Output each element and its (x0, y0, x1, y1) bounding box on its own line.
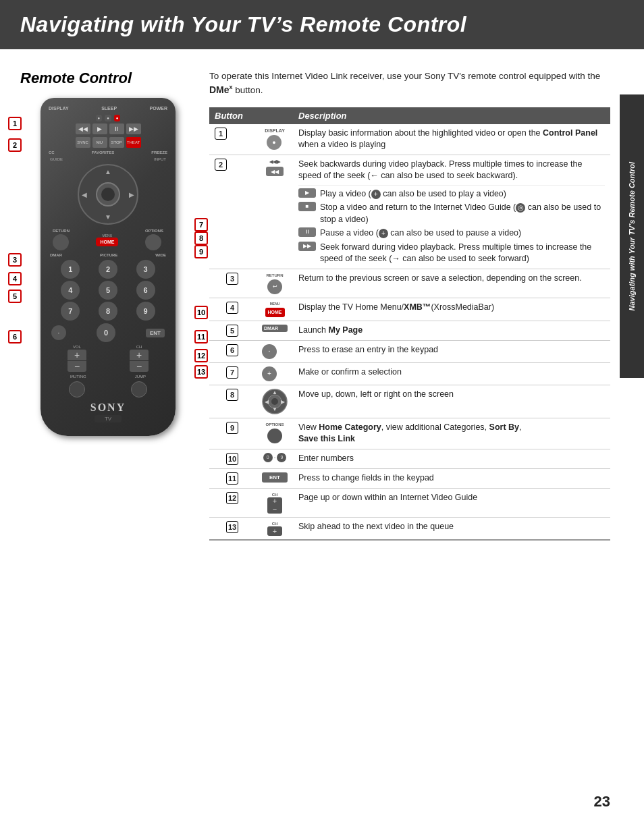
brand-sup: x (230, 84, 233, 91)
vol-down-btn[interactable]: − (68, 361, 86, 372)
cc-row: CC FAVORITES FREEZE (46, 150, 170, 155)
play-btn[interactable]: ▶ (92, 123, 107, 134)
key-8[interactable]: 8 (99, 302, 117, 321)
stop-btn[interactable]: STOP (109, 137, 124, 148)
table-row: 2 ◀◀/▶ ◀◀ Seek backwards during video pl… (209, 155, 610, 269)
power-label: POWER (150, 106, 167, 111)
wide-btn[interactable]: WIDE (155, 253, 166, 257)
ent-btn[interactable]: ENT (146, 329, 165, 337)
main-content: Remote Control DISPLAY SLEEP POWER ● ● ● (0, 49, 644, 561)
row-desc-3: Return to the previous screen or save a … (293, 269, 610, 298)
key-5[interactable]: 5 (99, 281, 117, 300)
theater-btn[interactable]: THEAT (126, 137, 141, 148)
display-icon: ● (267, 135, 281, 150)
ch-up-btn[interactable]: + (130, 350, 149, 360)
fwd-btn[interactable]: ▶▶ (126, 123, 141, 134)
freeze-btn[interactable]: FREEZE (151, 150, 167, 155)
row-btn-12: CH + − (257, 488, 293, 517)
picture-btn[interactable]: PICTURE (100, 253, 117, 257)
jump-btn[interactable] (131, 381, 147, 397)
row-btn-10: 0 - 9 (257, 449, 293, 468)
table-row: 7 + Make or confirm a selection (209, 362, 610, 385)
callout-11: 11 (194, 330, 208, 344)
table-row: 4 MENU HOME Display the TV Home Menu/XMB… (209, 298, 610, 321)
key-0[interactable]: 0 (97, 323, 115, 342)
sleep-btn[interactable]: ● (105, 115, 111, 121)
ch-down-btn[interactable]: − (130, 361, 149, 372)
media-row: ◀◀ ▶ ⏸ ▶▶ (46, 123, 170, 134)
favorites-btn[interactable]: FAVORITES (92, 150, 115, 155)
stop-icon-small: ■ (298, 202, 316, 211)
cc-btn[interactable]: CC (49, 150, 55, 155)
dpad[interactable]: ▲ ▼ ◀ ▶ (78, 164, 138, 225)
brand-name: DMex (209, 84, 233, 95)
menu-home-area: MENU HOME (96, 234, 118, 246)
pause-icon-small: ⏸ (298, 227, 316, 237)
callout-1: 1 (8, 117, 22, 130)
key-9[interactable]: 9 (136, 302, 155, 321)
dot-btn[interactable]: · (51, 325, 66, 340)
ch-icon: CH + − (262, 492, 288, 514)
ent-icon: ENT (262, 472, 288, 483)
key-1[interactable]: 1 (61, 260, 80, 279)
menu-home-icon: HOME (265, 308, 285, 317)
key-6[interactable]: 6 (136, 281, 155, 300)
rew-btn[interactable]: ◀◀ (76, 123, 90, 134)
sync-btn[interactable]: SYNC (76, 137, 90, 148)
callout-6: 6 (8, 330, 22, 344)
dmar-icon: DMAR (262, 325, 288, 333)
right-column: To operate this Internet Video Link rece… (209, 70, 610, 541)
row-num-7: 7 (209, 362, 257, 385)
vol-row: VOL + − CH + − (46, 345, 170, 372)
row-desc-10: Enter numbers (293, 449, 610, 468)
row-btn-4: MENU HOME (257, 298, 293, 321)
callout-13: 13 (194, 365, 208, 379)
options-btn[interactable] (145, 234, 161, 250)
row-num-5: 5 (209, 321, 257, 340)
table-row: 12 CH + − Page up or down within an Inte… (209, 488, 610, 517)
row-btn-13: CH + (257, 518, 293, 541)
callout-3: 3 (8, 253, 22, 267)
key-4[interactable]: 4 (61, 281, 80, 300)
row-btn-9: OPTIONS (257, 418, 293, 449)
row-desc-1: Display basic information about the high… (293, 124, 610, 155)
guide-label: GUIDE (50, 157, 63, 161)
display-btn[interactable]: ● (96, 115, 103, 121)
ch-label: CH (136, 345, 142, 349)
row-btn-2: ◀◀/▶ ◀◀ (257, 155, 293, 269)
page-number: 23 (594, 793, 610, 811)
row-btn-5: DMAR (257, 321, 293, 340)
power-btn[interactable]: ● (114, 115, 121, 121)
dpad-down: ▼ (105, 213, 111, 221)
return-btn[interactable] (53, 234, 69, 250)
vol-group: VOL + − (68, 345, 86, 372)
center-icon: + (262, 366, 277, 381)
row-desc-7: Make or confirm a selection (293, 362, 610, 385)
vol-up-btn[interactable]: + (68, 350, 86, 360)
muting-btn[interactable] (69, 381, 85, 397)
row-btn-3: RETURN ↩ (257, 269, 293, 298)
row-desc-9: View Home Category, view additional Cate… (293, 418, 610, 449)
dmar-btn[interactable]: DMAR (50, 253, 62, 257)
sub-row-play: ▶ Play a video (+ can also be used to pl… (298, 185, 605, 265)
options-icon (267, 429, 282, 443)
left-column: Remote Control DISPLAY SLEEP POWER ● ● ● (20, 70, 196, 541)
pause-btn[interactable]: ⏸ (109, 123, 124, 134)
return-icon: ↩ (267, 279, 282, 294)
row-btn-11: ENT (257, 468, 293, 488)
row-num-13: 13 (209, 518, 257, 541)
callout-9: 9 (194, 245, 208, 258)
table-row: 6 · Press to erase an entry in the keypa… (209, 340, 610, 362)
key-3[interactable]: 3 (136, 260, 155, 279)
row-desc-12: Page up or down within an Internet Video… (293, 488, 610, 517)
key-2[interactable]: 2 (99, 260, 117, 279)
remote-top-bar: DISPLAY SLEEP POWER (46, 105, 170, 112)
col-description: Description (293, 107, 610, 124)
mute-btn[interactable]: MU (92, 137, 107, 148)
dpad-icon: ▲ ▼ ◀ ▶ (262, 389, 288, 414)
table-row: 3 RETURN ↩ Return to the previous screen… (209, 269, 610, 298)
row-num-4: 4 (209, 298, 257, 321)
menu-home-btn[interactable]: HOME (96, 238, 118, 246)
ch-group: CH + − (130, 345, 149, 372)
key-7[interactable]: 7 (61, 302, 80, 321)
